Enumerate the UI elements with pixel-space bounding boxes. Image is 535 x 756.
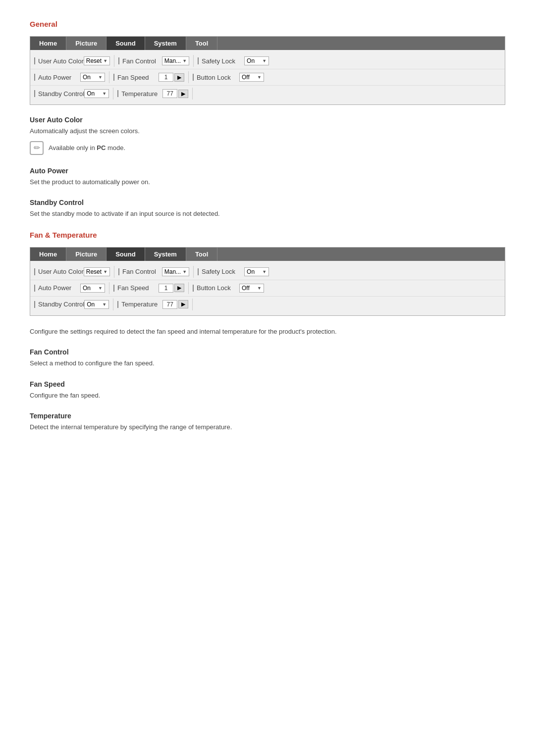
- standby-control-title: Standby Control: [30, 199, 505, 206]
- ft-fan-control-label: Fan Control: [122, 268, 162, 275]
- separator: [193, 285, 194, 292]
- separator: [118, 268, 119, 275]
- safety-lock-label: Safety Lock: [202, 57, 244, 65]
- temperature-arrow-right[interactable]: ▶: [178, 90, 188, 98]
- user-auto-color-label: User Auto Color: [38, 57, 84, 65]
- separator: [34, 301, 35, 308]
- ft-fan-control-dropdown[interactable]: Man...▼: [162, 267, 189, 276]
- col-safety-lock: Safety Lock On▼: [194, 55, 273, 67]
- standby-control-desc: Set the standby mode to activate if an i…: [30, 209, 505, 219]
- fan-speed-title: Fan Speed: [30, 380, 505, 388]
- tab-sound-1[interactable]: Sound: [107, 37, 145, 50]
- temperature-value: 77: [162, 89, 177, 98]
- fan-speed-value: 1: [159, 73, 173, 82]
- separator: [118, 57, 119, 64]
- ft-menu-row-2: Auto Power On▼ Fan Speed 1 ▶ Button Lock…: [30, 280, 505, 297]
- tab-picture-1[interactable]: Picture: [66, 37, 107, 50]
- ft-button-lock-dropdown[interactable]: Off▼: [239, 284, 264, 293]
- tab-system-2[interactable]: System: [145, 248, 186, 261]
- dropdown-arrow: ▼: [98, 75, 103, 80]
- fan-control-label: Fan Control: [122, 57, 162, 65]
- col-button-lock: Button Lock Off▼: [189, 71, 268, 83]
- ft-safety-lock-label: Safety Lock: [202, 268, 244, 275]
- dropdown-arrow: ▼: [257, 75, 262, 80]
- separator: [198, 57, 199, 64]
- fan-temp-desc-section: Configure the settings required to detec…: [30, 327, 505, 337]
- dropdown-arrow: ▼: [257, 286, 262, 291]
- ft-col-auto-power: Auto Power On▼: [30, 282, 109, 294]
- standby-control-dropdown[interactable]: On▼: [84, 89, 109, 98]
- col-auto-power: Auto Power On▼: [30, 71, 109, 83]
- tab-tool-1[interactable]: Tool: [186, 37, 217, 50]
- dropdown-arrow: ▼: [262, 269, 267, 274]
- separator: [34, 268, 35, 275]
- general-menu-tabs: Home Picture Sound System Tool: [30, 37, 505, 50]
- note-bold: PC: [97, 144, 106, 151]
- ft-col-safety-lock: Safety Lock On▼: [194, 266, 273, 278]
- ft-user-auto-color-dropdown[interactable]: Reset▼: [84, 267, 110, 276]
- ft-menu-row-1: User Auto Color Reset▼ Fan Control Man..…: [30, 264, 505, 280]
- button-lock-dropdown[interactable]: Off▼: [239, 73, 264, 82]
- fan-control-section: Fan Control Select a method to configure…: [30, 348, 505, 368]
- tab-sound-2[interactable]: Sound: [107, 248, 145, 261]
- fan-temp-menu-tabs: Home Picture Sound System Tool: [30, 248, 505, 261]
- separator: [198, 268, 199, 275]
- user-auto-color-note: ✏ Available only in PC mode.: [30, 141, 505, 155]
- tab-home-2[interactable]: Home: [30, 248, 66, 261]
- ft-col-fan-control: Fan Control Man...▼: [114, 266, 194, 278]
- ft-auto-power-dropdown[interactable]: On▼: [80, 284, 105, 293]
- tab-system-1[interactable]: System: [145, 37, 186, 50]
- ft-col-button-lock: Button Lock Off▼: [189, 282, 268, 294]
- auto-power-label: Auto Power: [38, 74, 80, 81]
- ft-temperature-arrow-right[interactable]: ▶: [178, 300, 188, 308]
- safety-lock-dropdown[interactable]: On▼: [244, 56, 269, 65]
- ft-col-empty: [193, 303, 272, 306]
- ft-menu-row-3: Standby Control On▼ Temperature 77 ▶: [30, 297, 505, 312]
- ft-standby-control-dropdown[interactable]: On▼: [84, 300, 109, 309]
- ft-col-standby-control: Standby Control On▼: [30, 299, 113, 310]
- fan-temp-menu-rows: User Auto Color Reset▼ Fan Control Man..…: [30, 261, 505, 315]
- col-empty: [193, 92, 272, 95]
- fan-speed-arrow-right[interactable]: ▶: [174, 73, 184, 82]
- tab-home-1[interactable]: Home: [30, 37, 66, 50]
- note-text: Available only in PC mode.: [49, 144, 125, 151]
- fan-temp-menu-table: Home Picture Sound System Tool User Auto…: [30, 247, 505, 316]
- ft-fan-speed-arrow-right[interactable]: ▶: [174, 284, 184, 292]
- tab-tool-2[interactable]: Tool: [186, 248, 217, 261]
- dropdown-arrow: ▼: [262, 58, 267, 63]
- fan-control-dropdown[interactable]: Man...▼: [162, 56, 189, 65]
- dropdown-arrow: ▼: [102, 302, 107, 307]
- user-auto-color-section: User Auto Color Automatically adjust the…: [30, 116, 505, 155]
- ft-fan-speed-label: Fan Speed: [117, 284, 159, 292]
- auto-power-section: Auto Power Set the product to automatica…: [30, 167, 505, 187]
- col-temperature: Temperature 77 ▶: [113, 88, 193, 100]
- fan-temp-section: Fan & Temperature Home Picture Sound Sys…: [30, 231, 505, 432]
- tab-picture-2[interactable]: Picture: [66, 248, 107, 261]
- ft-fan-speed-value: 1: [159, 284, 173, 293]
- dropdown-arrow: ▼: [182, 269, 187, 274]
- menu-row-1: User Auto Color Reset▼ Fan Control Man..…: [30, 53, 505, 69]
- note-icon: ✏: [30, 141, 44, 155]
- standby-control-label: Standby Control: [38, 90, 84, 98]
- separator: [34, 90, 35, 97]
- separator: [34, 57, 35, 64]
- separator: [117, 90, 118, 97]
- fan-temp-main-desc: Configure the settings required to detec…: [30, 327, 505, 337]
- ft-safety-lock-dropdown[interactable]: On▼: [244, 267, 269, 276]
- fan-speed-desc: Configure the fan speed.: [30, 391, 505, 401]
- temperature-desc: Detect the internal temperature by speci…: [30, 422, 505, 432]
- temperature-control: 77 ▶: [162, 89, 188, 98]
- temperature-label: Temperature: [121, 90, 162, 98]
- col-standby-control: Standby Control On▼: [30, 88, 113, 100]
- general-section: General Home Picture Sound System Tool U…: [30, 20, 505, 219]
- fan-temp-title: Fan & Temperature: [30, 231, 505, 239]
- menu-row-3: Standby Control On▼ Temperature 77 ▶: [30, 86, 505, 101]
- fan-control-desc: Select a method to configure the fan spe…: [30, 358, 505, 368]
- user-auto-color-dropdown[interactable]: Reset▼: [84, 56, 110, 65]
- separator: [34, 285, 35, 292]
- separator: [193, 74, 194, 81]
- menu-row-2: Auto Power On▼ Fan Speed 1 ▶ Button Lock…: [30, 69, 505, 86]
- dropdown-arrow: ▼: [98, 286, 103, 291]
- temperature-section: Temperature Detect the internal temperat…: [30, 412, 505, 432]
- auto-power-dropdown[interactable]: On▼: [80, 73, 105, 82]
